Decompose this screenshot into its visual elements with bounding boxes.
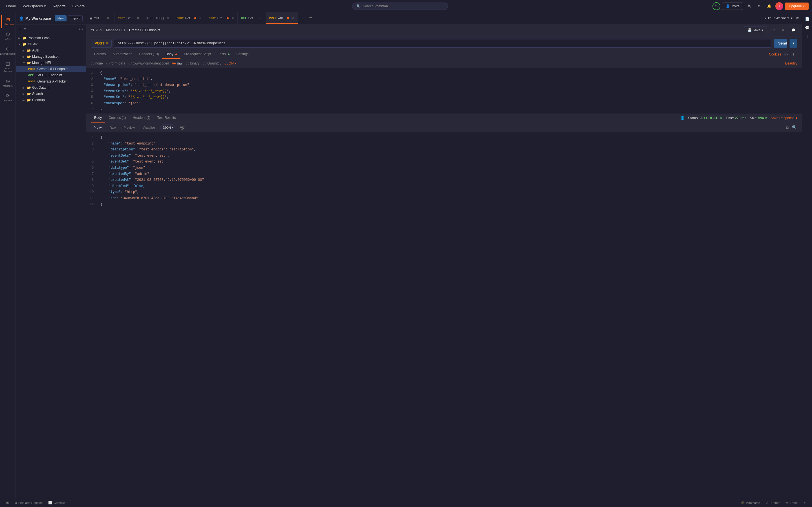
resp-tab-body[interactable]: Body <box>91 114 105 122</box>
body-format-selector[interactable]: JSON ▾ <box>225 61 237 65</box>
response-format-selector[interactable]: JSON ▾ <box>160 124 176 130</box>
comment-icon[interactable]: 💬 <box>790 26 797 34</box>
tab-get-1[interactable]: POST Get... ✕ <box>114 12 143 24</box>
tree-item-postman-echo[interactable]: ▶ 📁 Postman Echo <box>16 35 86 41</box>
avatar[interactable]: Y <box>775 2 783 10</box>
add-collection-btn[interactable]: + <box>18 26 22 32</box>
nav-reports[interactable]: Reports <box>50 2 68 10</box>
beautify-btn[interactable]: Beautify <box>785 61 797 65</box>
bell-icon[interactable]: 🔔 <box>765 2 774 10</box>
more-options-btn[interactable]: ••• <box>78 26 84 32</box>
raw-btn[interactable]: Raw <box>107 125 119 130</box>
tree-item-get-data-in[interactable]: ▶ 📂 Get Data In <box>16 84 86 91</box>
tree-item-yh-api[interactable]: ▼ 📁 YH API <box>16 41 86 47</box>
save-response-btn[interactable]: Save Response ▾ <box>770 116 797 120</box>
tab-post-ref[interactable]: POST Ref... ✕ <box>173 12 205 24</box>
nav-workspaces[interactable]: Workspaces ▾ <box>20 2 49 10</box>
tab-deleted[interactable]: [DELETED] [ ✕ <box>143 12 173 24</box>
send-dropdown-btn[interactable]: ▾ <box>790 39 797 48</box>
tab-post-cre-1[interactable]: POST Cre... ✕ <box>205 12 238 24</box>
tab-tests[interactable]: Tests <box>214 50 233 59</box>
tree-item-auth[interactable]: ▶ 📂 Auth <box>16 47 86 54</box>
tab-pre-request[interactable]: Pre-request Script <box>181 50 214 59</box>
tree-item-search[interactable]: ▶ 📂 Search <box>16 91 86 97</box>
tab-close-btn[interactable]: ✕ <box>107 16 109 20</box>
tree-item-manage-hei[interactable]: ▼ 📂 Manage HEI <box>16 60 86 66</box>
tab-close-btn[interactable]: ✕ <box>167 16 169 20</box>
radio-form-data[interactable]: form-data <box>106 61 125 65</box>
info-sidebar-icon[interactable]: ℹ <box>803 33 811 41</box>
trash-btn[interactable]: 🗑 Trash <box>782 501 801 504</box>
edit-icon[interactable]: ✏ <box>779 26 787 34</box>
tab-close-btn[interactable]: ✕ <box>232 16 234 20</box>
radio-none[interactable]: none <box>91 61 103 65</box>
tab-post-cre-active[interactable]: POST Cre... ✕ <box>266 12 298 24</box>
tab-settings[interactable]: Settings <box>233 50 252 59</box>
runner-btn[interactable]: ▷ Runner <box>763 501 782 504</box>
sidebar-item-monitors[interactable]: ◎ Monitors <box>1 76 15 90</box>
tab-close-btn[interactable]: ✕ <box>292 16 294 20</box>
response-body-editor[interactable]: 123456789101112 { "name": "test_endpoint… <box>86 132 802 498</box>
nav-explore[interactable]: Explore <box>70 2 88 10</box>
radio-urlencoded[interactable]: x-www-form-urlencoded <box>129 61 169 65</box>
method-selector[interactable]: POST ▾ <box>91 39 112 48</box>
sidebar-item-history[interactable]: ⟳ History <box>1 91 15 104</box>
sidebar-item-mock-servers[interactable]: ◫ Mock Servers <box>1 59 15 75</box>
radio-binary[interactable]: binary <box>186 61 200 65</box>
console-btn[interactable]: ⬜ Console <box>45 501 68 504</box>
sidebar-item-environments[interactable]: ⊙ Environments <box>1 44 15 57</box>
find-replace-btn[interactable]: ⊡ Find and Replace <box>11 501 45 504</box>
new-button[interactable]: New <box>55 15 66 21</box>
radio-raw[interactable]: raw <box>172 61 182 65</box>
settings-icon[interactable]: ⚙ <box>755 2 763 10</box>
request-body-editor[interactable]: 1234567 { "name": "test_endpoint", "desc… <box>86 68 802 113</box>
layout-icon-btn[interactable]: ⊞ <box>3 501 11 504</box>
url-input[interactable] <box>114 39 771 48</box>
radio-graphql[interactable]: GraphQL <box>203 61 221 65</box>
visualize-btn[interactable]: Visualize <box>140 125 158 130</box>
tab-close-btn[interactable]: ✕ <box>199 16 202 20</box>
cookies-link[interactable]: Cookies <box>769 52 781 56</box>
save-dropdown-icon[interactable]: ▾ <box>762 28 763 32</box>
satellite-icon[interactable]: 🛰 <box>745 2 753 10</box>
tab-headers[interactable]: Headers (10) <box>136 50 162 59</box>
tree-item-get-hei-endpoint[interactable]: GET Get HEI Endpoint <box>16 72 86 78</box>
save-button[interactable]: 💾 Save ▾ <box>744 26 767 34</box>
more-tabs-btn[interactable]: ••• <box>306 16 314 20</box>
sort-btn[interactable]: ≡ <box>23 26 27 32</box>
bootcamp-btn[interactable]: 🎓 Bootcamp <box>738 501 763 504</box>
resp-tab-test-results[interactable]: Test Results <box>154 114 179 122</box>
more-options-btn[interactable]: ••• <box>769 26 777 34</box>
tab-params[interactable]: Params <box>91 50 109 59</box>
tab-body[interactable]: Body <box>162 50 181 59</box>
search-response-icon[interactable]: 🔍 <box>792 124 797 130</box>
tab-authorization[interactable]: Authorization <box>109 50 136 59</box>
sidebar-item-apis[interactable]: ⬡ APIs <box>1 29 15 43</box>
info-icon[interactable]: ℹ <box>790 50 797 58</box>
sidebar-item-collections[interactable]: ⊞ Collections <box>1 15 15 28</box>
copy-icon[interactable]: ⧉ <box>785 124 789 130</box>
expand-btn[interactable]: ⤢ <box>801 501 809 504</box>
preview-btn[interactable]: Preview <box>121 125 138 130</box>
tree-item-cleanup[interactable]: ▶ 📂 Cleanup <box>16 97 86 103</box>
document-icon[interactable]: 📄 <box>803 15 811 22</box>
tab-close-btn[interactable]: ✕ <box>137 16 139 20</box>
tree-item-generate-api-token[interactable]: POST Generate API Token <box>16 78 86 84</box>
sync-icon[interactable]: ⟳ <box>712 2 720 10</box>
tree-item-manage-eventset[interactable]: ▶ 📂 Manage Eventset <box>16 54 86 60</box>
resp-tab-headers[interactable]: Headers (7) <box>130 114 154 122</box>
send-button[interactable]: Send <box>774 39 787 48</box>
wrap-icon[interactable] <box>180 125 186 130</box>
comment-sidebar-icon[interactable]: 💬 <box>803 24 811 32</box>
tree-item-create-hei-endpoint[interactable]: POST Create HEI Endpoint <box>16 66 86 72</box>
tab-get-2[interactable]: GET Get ... ✕ <box>238 12 266 24</box>
tab-close-btn[interactable]: ✕ <box>259 16 262 20</box>
search-bar[interactable]: 🔍 Search Postman <box>352 3 448 10</box>
resp-tab-cookies[interactable]: Cookies (1) <box>105 114 129 122</box>
tab-yhp[interactable]: ▣ YHP ... ✕ <box>86 12 114 24</box>
environment-selector[interactable]: YHP Environment ▾ 👁 <box>762 16 802 20</box>
code-icon[interactable]: </> <box>783 52 788 56</box>
invite-button[interactable]: 👤 Invite <box>722 3 743 10</box>
pretty-btn[interactable]: Pretty <box>91 125 105 130</box>
import-button[interactable]: Import <box>68 15 83 21</box>
